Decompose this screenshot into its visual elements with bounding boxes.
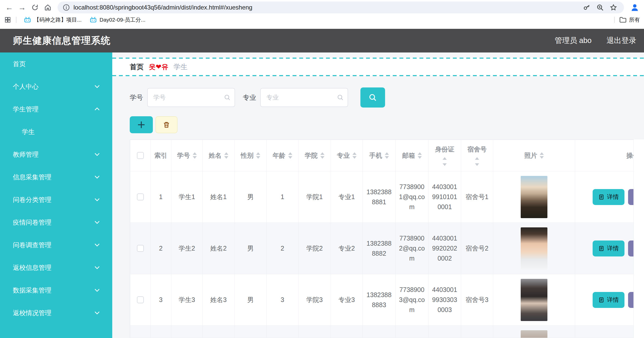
sort-carets[interactable] — [475, 157, 479, 166]
reload-button[interactable] — [29, 2, 41, 13]
search-form: 学号 专业 — [130, 87, 385, 108]
sort-carets[interactable] — [443, 157, 447, 166]
cell-index: 1 — [151, 171, 171, 223]
url-text[interactable]: localhost:8080/springboot43q56/admin/dis… — [73, 4, 579, 11]
student-photo — [521, 279, 547, 321]
apps-grid-icon[interactable] — [4, 16, 11, 23]
cell-dorm: 宿舍号1 — [461, 171, 493, 223]
logout-link[interactable]: 退出登录 — [606, 35, 636, 46]
sidebar-item-personal-center[interactable]: 个人中心 — [0, 75, 112, 98]
cell-name: 姓名1 — [203, 171, 235, 223]
edit-button[interactable]: 修改 — [628, 292, 634, 308]
sort-carets[interactable] — [256, 152, 260, 159]
current-user[interactable]: 管理员 abo — [555, 35, 592, 46]
chrome-page-gap — [0, 25, 644, 29]
student-no-input-wrap — [147, 88, 235, 107]
sidebar-item-student-mgmt[interactable]: 学生管理 — [0, 98, 112, 120]
bookmarks-separator — [614, 17, 615, 23]
sidebar-item-questionnaire-category-mgmt[interactable]: 问卷分类管理 — [0, 188, 112, 211]
table-row: 1 学生1 姓名1 男 1 学院1 专业1 13823888881 773890… — [130, 171, 634, 223]
col-student-no: 学号 — [171, 140, 203, 171]
row-checkbox[interactable] — [137, 193, 144, 200]
sidebar-item-survey-mgmt[interactable]: 问卷调查管理 — [0, 234, 112, 256]
bookmarks-separator — [16, 17, 16, 23]
cell-student-no: 学生2 — [171, 223, 203, 274]
breadcrumb-home[interactable]: 首页 — [130, 62, 144, 72]
sidebar-item-epidemic-questionnaire-mgmt[interactable]: 疫情问卷管理 — [0, 211, 112, 234]
edit-button[interactable]: 修改 — [628, 241, 634, 256]
plus-icon — [137, 120, 146, 129]
dashed-divider — [112, 75, 644, 76]
sidebar-item-teacher-mgmt[interactable]: 教师管理 — [0, 143, 112, 166]
sort-carets[interactable] — [418, 152, 422, 159]
col-college: 学院 — [298, 140, 331, 171]
add-button[interactable] — [130, 116, 153, 133]
sidebar-item-home[interactable]: 首页 — [0, 52, 112, 75]
bookmarks-bar: 【码神之路】项目... Day02-09-员工分... 所有 — [0, 15, 644, 25]
col-index: 索引 — [151, 140, 171, 171]
app-title: 师生健康信息管理系统 — [13, 34, 110, 47]
search-icon — [337, 94, 344, 101]
sidebar-item-label: 问卷分类管理 — [13, 195, 51, 204]
row-checkbox[interactable] — [137, 245, 144, 252]
all-bookmarks-folder[interactable]: 所有 — [619, 16, 640, 23]
sort-carets[interactable] — [288, 152, 292, 159]
chevron-down-icon — [94, 264, 100, 271]
cell-index: 2 — [151, 223, 171, 274]
password-key-icon[interactable] — [583, 4, 591, 11]
main-content: 首页 웃❤유 学生 学号 专业 — [112, 52, 644, 338]
sort-carets[interactable] — [193, 152, 197, 159]
sidebar-item-label: 返校信息管理 — [13, 263, 51, 272]
sidebar-item-data-collection-mgmt[interactable]: 数据采集管理 — [0, 279, 112, 301]
detail-button[interactable]: 详情 — [593, 189, 624, 205]
col-name: 姓名 — [203, 140, 235, 171]
col-age: 年龄 — [267, 140, 298, 171]
sidebar-item-return-status-mgmt[interactable]: 返校情况管理 — [0, 301, 112, 324]
detail-button[interactable]: 详情 — [593, 241, 624, 256]
bookmark-item[interactable]: Day02-09-员工分... — [87, 16, 148, 24]
cell-age: 2 — [267, 223, 298, 274]
home-button[interactable] — [42, 2, 53, 13]
cell-major: 专业1 — [331, 171, 363, 223]
profile-avatar[interactable] — [629, 2, 640, 13]
sidebar-menu: 首页 个人中心 学生管理 学生 教师管理 信息采集管理 问卷分类管理 疫情问卷管… — [0, 52, 112, 338]
sidebar-item-label: 疫情问卷管理 — [13, 218, 51, 227]
row-checkbox[interactable] — [137, 296, 144, 303]
chevron-down-icon — [94, 174, 100, 180]
sidebar-item-label: 信息采集管理 — [13, 173, 51, 181]
sidebar-item-return-info-mgmt[interactable]: 返校信息管理 — [0, 256, 112, 279]
detail-button[interactable]: 详情 — [593, 292, 624, 308]
address-bar[interactable]: localhost:8080/springboot43q56/admin/dis… — [58, 2, 624, 13]
sidebar-item-label: 问卷调查管理 — [13, 241, 51, 249]
cell-age: 1 — [267, 171, 298, 223]
delete-button[interactable] — [155, 116, 178, 133]
zoom-icon[interactable] — [596, 4, 604, 11]
sort-carets[interactable] — [352, 152, 357, 159]
sidebar-item-label: 学生 — [22, 128, 35, 136]
chevron-down-icon — [94, 287, 100, 293]
select-all-checkbox[interactable] — [137, 152, 144, 159]
cell-email: 77389001@qq.com — [396, 171, 428, 223]
sort-carets[interactable] — [320, 152, 324, 159]
back-button[interactable]: ← — [4, 2, 15, 13]
sort-carets[interactable] — [385, 152, 389, 159]
cell-major: 专业2 — [331, 223, 363, 274]
cell-email: 77389003@qq.com — [396, 274, 428, 326]
home-icon — [44, 4, 52, 11]
edit-button[interactable]: 修改 — [628, 189, 634, 205]
search-button[interactable] — [360, 87, 385, 108]
sort-carets[interactable] — [540, 152, 544, 159]
student-no-input[interactable] — [147, 88, 235, 107]
student-no-label: 学号 — [130, 93, 143, 102]
breadcrumb: 首页 웃❤유 学生 — [112, 58, 644, 76]
major-input[interactable] — [260, 88, 348, 107]
sidebar-item-student[interactable]: 学生 — [0, 120, 112, 143]
cell-college: 学院3 — [298, 274, 331, 326]
bookmark-star-icon[interactable] — [610, 4, 617, 11]
bookmark-label: Day02-09-员工分... — [100, 16, 146, 23]
site-info-icon[interactable] — [63, 4, 70, 11]
bookmark-item[interactable]: 【码神之路】项目... — [21, 16, 84, 24]
sort-carets[interactable] — [224, 152, 228, 159]
forward-button[interactable]: → — [16, 2, 28, 13]
sidebar-item-info-collection-mgmt[interactable]: 信息采集管理 — [0, 166, 112, 188]
